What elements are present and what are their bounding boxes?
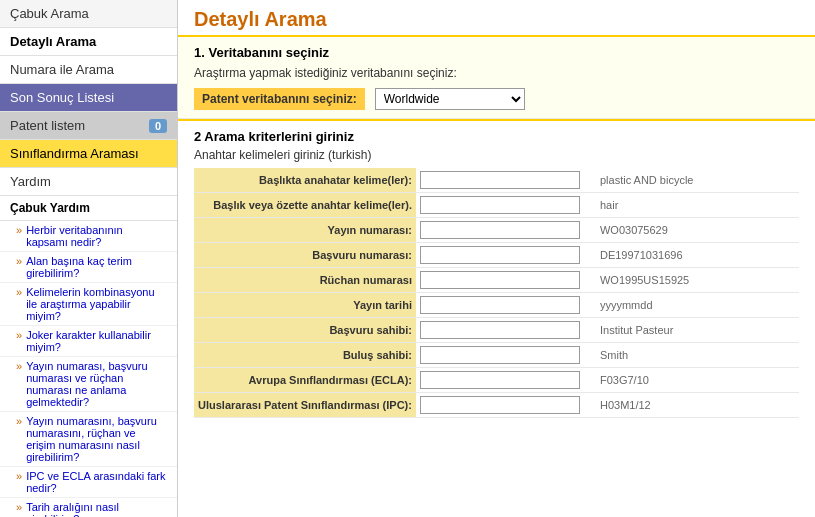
- sidebar-item-label: Detaylı Arama: [10, 34, 96, 49]
- page-title: Detaylı Arama: [194, 8, 799, 31]
- form-input-8[interactable]: [420, 371, 580, 389]
- sidebar-item-patent-listem[interactable]: Patent listem0: [0, 112, 177, 140]
- cabuk-yardim-header: Çabuk Yardım: [0, 196, 177, 221]
- form-input-cell-1: [416, 193, 596, 218]
- sidebar-item-label: Patent listem: [10, 118, 85, 133]
- keywords-subtitle: Anahtar kelimeleri giriniz (turkish): [194, 148, 799, 162]
- form-row-3: Başvuru numarası:DE19971031696: [194, 243, 799, 268]
- sidebar-item-label: Numara ile Arama: [10, 62, 114, 77]
- form-input-cell-9: [416, 393, 596, 418]
- db-select[interactable]: WorldwideEPWOUSJP: [375, 88, 525, 110]
- sidebar-item-siniflandirma-aramasi[interactable]: Sınıflandırma Araması: [0, 140, 177, 168]
- db-label: Patent veritabanını seçiniz:: [194, 88, 365, 110]
- sidebar-item-label: Son Sonuç Listesi: [10, 90, 114, 105]
- form-row-1: Başlık veya özette anahtar kelime(ler).h…: [194, 193, 799, 218]
- main-header: Detaylı Arama: [178, 0, 815, 37]
- form-row-7: Buluş sahibi:Smith: [194, 343, 799, 368]
- form-input-1[interactable]: [420, 196, 580, 214]
- patent-badge: 0: [149, 119, 167, 133]
- help-item-4[interactable]: Yayın numarası, başvuru numarası ve rüçh…: [0, 357, 177, 412]
- form-label-3: Başvuru numarası:: [194, 243, 416, 268]
- section-2: 2 Arama kriterlerini giriniz Anahtar kel…: [178, 121, 815, 426]
- form-label-7: Buluş sahibi:: [194, 343, 416, 368]
- help-item-2[interactable]: Kelimelerin kombinasyonu ile araştırma y…: [0, 283, 177, 326]
- form-row-6: Başvuru sahibi:Institut Pasteur: [194, 318, 799, 343]
- form-label-4: Rüchan numarası: [194, 268, 416, 293]
- form-row-4: Rüchan numarasıWO1995US15925: [194, 268, 799, 293]
- sidebar-item-yardim[interactable]: Yardım: [0, 168, 177, 196]
- db-selector-row: Patent veritabanını seçiniz: WorldwideEP…: [194, 88, 799, 110]
- form-input-cell-6: [416, 318, 596, 343]
- form-input-3[interactable]: [420, 246, 580, 264]
- form-example-2: WO03075629: [596, 218, 799, 243]
- help-item-7[interactable]: Tarih aralığını nasıl girebilirim?: [0, 498, 177, 517]
- form-input-cell-7: [416, 343, 596, 368]
- form-row-9: Uluslararası Patent Sınıflandırması (IPC…: [194, 393, 799, 418]
- form-label-1: Başlık veya özette anahtar kelime(ler).: [194, 193, 416, 218]
- form-row-5: Yayın tarihiyyyymmdd: [194, 293, 799, 318]
- form-row-8: Avrupa Sınıflandırması (ECLA):F03G7/10: [194, 368, 799, 393]
- search-form-table: Başlıkta anahatar kelime(ler):plastic AN…: [194, 168, 799, 418]
- form-label-2: Yayın numarası:: [194, 218, 416, 243]
- form-input-0[interactable]: [420, 171, 580, 189]
- form-example-8: F03G7/10: [596, 368, 799, 393]
- form-input-cell-4: [416, 268, 596, 293]
- help-item-1[interactable]: Alan başına kaç terim girebilirim?: [0, 252, 177, 283]
- help-item-6[interactable]: IPC ve ECLA arasındaki fark nedir?: [0, 467, 177, 498]
- form-row-0: Başlıkta anahatar kelime(ler):plastic AN…: [194, 168, 799, 193]
- form-example-6: Institut Pasteur: [596, 318, 799, 343]
- form-input-cell-5: [416, 293, 596, 318]
- form-input-5[interactable]: [420, 296, 580, 314]
- form-label-8: Avrupa Sınıflandırması (ECLA):: [194, 368, 416, 393]
- form-example-0: plastic AND bicycle: [596, 168, 799, 193]
- form-example-7: Smith: [596, 343, 799, 368]
- section1-title: 1. Veritabanını seçiniz: [194, 45, 799, 60]
- sidebar-item-label: Çabuk Arama: [10, 6, 89, 21]
- help-item-0[interactable]: Herbir veritabanının kapsamı nedir?: [0, 221, 177, 252]
- form-example-9: H03M1/12: [596, 393, 799, 418]
- form-label-5: Yayın tarihi: [194, 293, 416, 318]
- form-input-cell-2: [416, 218, 596, 243]
- section-1: 1. Veritabanını seçiniz Araştırma yapmak…: [178, 37, 815, 119]
- form-input-9[interactable]: [420, 396, 580, 414]
- form-input-cell-0: [416, 168, 596, 193]
- form-row-2: Yayın numarası:WO03075629: [194, 218, 799, 243]
- sidebar-item-cabuk-arama[interactable]: Çabuk Arama: [0, 0, 177, 28]
- sidebar-item-numara-ile-arama[interactable]: Numara ile Arama: [0, 56, 177, 84]
- form-example-1: hair: [596, 193, 799, 218]
- sidebar-item-detayli-arama[interactable]: Detaylı Arama: [0, 28, 177, 56]
- form-label-9: Uluslararası Patent Sınıflandırması (IPC…: [194, 393, 416, 418]
- help-item-5[interactable]: Yayın numarasını, başvuru numarasını, rü…: [0, 412, 177, 467]
- section2-title: 2 Arama kriterlerini giriniz: [194, 129, 799, 144]
- form-input-4[interactable]: [420, 271, 580, 289]
- form-input-6[interactable]: [420, 321, 580, 339]
- form-example-4: WO1995US15925: [596, 268, 799, 293]
- form-example-5: yyyymmdd: [596, 293, 799, 318]
- form-input-cell-3: [416, 243, 596, 268]
- form-label-0: Başlıkta anahatar kelime(ler):: [194, 168, 416, 193]
- form-label-6: Başvuru sahibi:: [194, 318, 416, 343]
- main-content: Detaylı Arama 1. Veritabanını seçiniz Ar…: [178, 0, 815, 517]
- form-input-7[interactable]: [420, 346, 580, 364]
- help-item-3[interactable]: Joker karakter kullanabilir miyim?: [0, 326, 177, 357]
- form-input-2[interactable]: [420, 221, 580, 239]
- section1-subtitle: Araştırma yapmak istediğiniz veritabanın…: [194, 66, 799, 80]
- form-example-3: DE19971031696: [596, 243, 799, 268]
- sidebar-item-label: Sınıflandırma Araması: [10, 146, 139, 161]
- sidebar: Çabuk AramaDetaylı AramaNumara ile Arama…: [0, 0, 178, 517]
- form-input-cell-8: [416, 368, 596, 393]
- sidebar-item-son-sonuc-listesi[interactable]: Son Sonuç Listesi: [0, 84, 177, 112]
